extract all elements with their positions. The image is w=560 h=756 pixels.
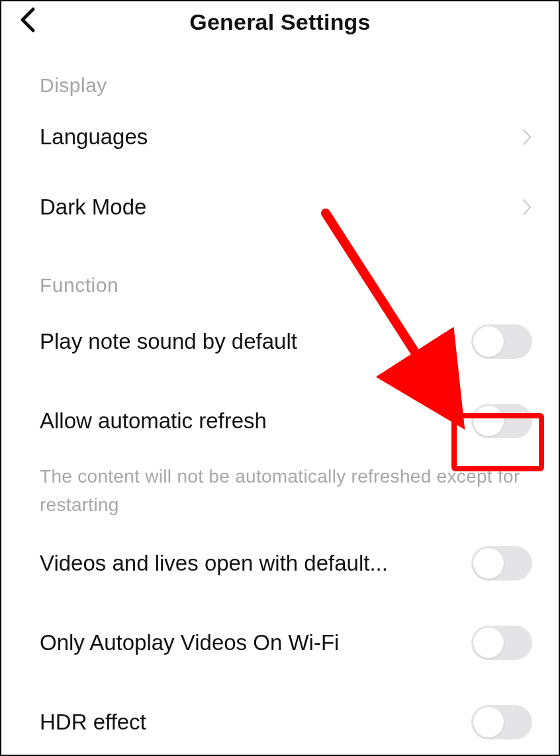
row-videos-default-label: Videos and lives open with default...	[40, 551, 471, 576]
header-bar: General Settings	[1, 1, 559, 42]
row-hdr[interactable]: HDR effect	[1, 683, 559, 756]
annotation-highlight-box	[451, 413, 544, 471]
section-header-display: Display	[1, 42, 559, 102]
toggle-only-wifi[interactable]	[471, 626, 532, 660]
row-videos-default[interactable]: Videos and lives open with default...	[1, 526, 559, 603]
row-languages[interactable]: Languages	[1, 102, 559, 172]
toggle-hdr[interactable]	[471, 705, 532, 739]
row-only-wifi[interactable]: Only Autoplay Videos On Wi-Fi	[1, 603, 559, 683]
back-button[interactable]	[13, 5, 42, 34]
row-dark-mode-label: Dark Mode	[40, 195, 522, 220]
toggle-play-note-sound[interactable]	[471, 324, 532, 359]
back-icon	[19, 7, 37, 33]
row-only-wifi-label: Only Autoplay Videos On Wi-Fi	[40, 630, 471, 655]
page-title: General Settings	[189, 9, 370, 35]
toggle-videos-default[interactable]	[471, 546, 532, 581]
row-play-note-sound[interactable]: Play note sound by default	[1, 302, 559, 381]
chevron-right-icon	[522, 128, 532, 146]
settings-content: Display Languages Dark Mode Function Pla…	[1, 42, 559, 756]
row-languages-label: Languages	[40, 124, 522, 150]
row-allow-auto-refresh-label: Allow automatic refresh	[40, 408, 471, 434]
row-play-note-sound-label: Play note sound by default	[40, 329, 471, 354]
chevron-right-icon	[522, 198, 532, 216]
row-dark-mode[interactable]: Dark Mode	[1, 172, 559, 242]
row-hdr-label: HDR effect	[40, 710, 471, 735]
section-header-function: Function	[1, 242, 559, 302]
